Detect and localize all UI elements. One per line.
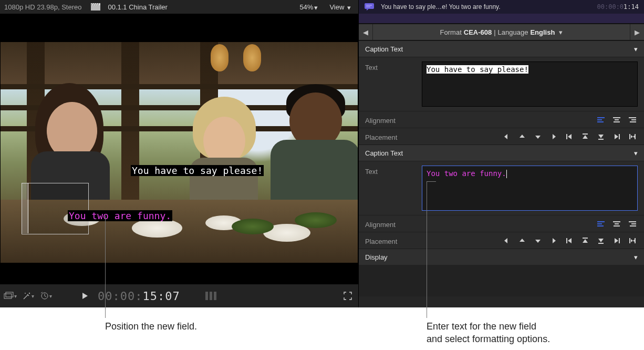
svg-marker-55 <box>568 238 572 243</box>
nudge-up-button[interactable] <box>517 132 527 141</box>
chevron-down-icon: ▾ <box>559 28 563 36</box>
nudge-down-button[interactable] <box>533 236 543 245</box>
svg-marker-26 <box>520 135 525 138</box>
chevron-down-icon: ▾ <box>314 4 318 12</box>
caption-overlay-1[interactable]: You have to say please! <box>131 165 264 176</box>
language-label: Language <box>498 28 528 36</box>
timecode-display[interactable]: 00:00:15:07 <box>98 290 180 303</box>
caption-text-field-2[interactable]: You two are funny. <box>422 166 638 211</box>
align-left-button[interactable] <box>596 116 606 124</box>
chevron-down-icon: ▾ <box>347 4 351 12</box>
svg-marker-33 <box>598 135 604 138</box>
text-cursor <box>506 170 507 178</box>
format-language-bar: ◀ Format CEA-608 | Language English ▾ ▶ <box>359 24 644 40</box>
callout-leader-h <box>427 181 436 182</box>
align-center-button[interactable] <box>611 220 622 228</box>
app-window: 1080p HD 23.98p, Stereo 00.1.1 China Tra… <box>0 0 644 307</box>
transport-bar: ▾ ▾ ▾ 00:00:15:07 <box>0 284 358 307</box>
svg-marker-28 <box>553 134 556 139</box>
fullscreen-button[interactable] <box>342 291 353 301</box>
svg-marker-30 <box>568 134 572 139</box>
format-label: Format <box>440 28 462 36</box>
inspector-body: Caption Text ▾ Text You have to say plea… <box>359 40 644 307</box>
placement-row: Placement <box>359 128 644 145</box>
svg-rect-7 <box>6 292 13 297</box>
zoom-menu[interactable]: 54%▾ <box>299 3 318 11</box>
svg-marker-58 <box>598 239 604 242</box>
chevron-down-icon: ▾ <box>14 293 17 299</box>
svg-rect-12 <box>365 3 374 9</box>
viewer-canvas-wrap: You have to say please! You two are funn… <box>0 14 358 284</box>
svg-rect-0 <box>91 5 100 11</box>
section-title: Caption Text <box>365 149 403 157</box>
svg-marker-32 <box>583 135 588 139</box>
caption-text-field-1[interactable]: You have to say please! <box>422 61 638 107</box>
nudge-left-button[interactable] <box>501 236 512 245</box>
effects-menu[interactable]: ▾ <box>23 291 34 301</box>
jump-left-button[interactable] <box>564 236 575 245</box>
callout-right: Enter text for the new field and select … <box>427 320 550 346</box>
svg-point-8 <box>29 293 30 294</box>
text-row-2: Text You two are funny. <box>359 161 644 215</box>
prev-caption-button[interactable]: ◀ <box>359 24 373 40</box>
clip-appearance-menu[interactable]: ▾ <box>5 291 16 301</box>
callout-leader <box>427 181 427 318</box>
svg-point-9 <box>25 293 26 294</box>
center-button[interactable] <box>627 236 638 245</box>
nudge-up-button[interactable] <box>517 236 527 245</box>
chevron-down-icon: ▾ <box>634 253 638 261</box>
svg-marker-52 <box>535 240 541 243</box>
caption-text-header[interactable]: Caption Text ▾ <box>359 40 644 57</box>
chevron-down-icon: ▾ <box>32 293 34 299</box>
svg-marker-60 <box>615 238 618 243</box>
format-language-menu[interactable]: Format CEA-608 | Language English ▾ <box>373 24 630 40</box>
alignment-label: Alignment <box>365 115 422 125</box>
center-button[interactable] <box>627 132 638 141</box>
align-right-button[interactable] <box>627 220 638 228</box>
jump-right-button[interactable] <box>611 236 622 245</box>
play-button[interactable] <box>80 291 90 301</box>
nudge-down-button[interactable] <box>533 132 543 141</box>
caption-summary-text: You have to say ple…e! You two are funny… <box>381 3 592 11</box>
retime-menu[interactable]: ▾ <box>41 291 51 301</box>
viewer-toolbar: 1080p HD 23.98p, Stereo 00.1.1 China Tra… <box>0 0 358 14</box>
zoom-value: 54% <box>299 3 313 11</box>
jump-bottom-button[interactable] <box>596 236 606 245</box>
separator: | <box>494 28 495 36</box>
annotation-layer: Position the new field. Enter text for t… <box>0 307 644 349</box>
next-caption-button[interactable]: ▶ <box>630 24 644 40</box>
placement-label: Placement <box>365 131 422 141</box>
svg-rect-6 <box>4 294 12 298</box>
chevron-down-icon: ▾ <box>634 149 638 157</box>
align-center-button[interactable] <box>611 116 622 124</box>
jump-right-button[interactable] <box>611 132 622 141</box>
nudge-left-button[interactable] <box>501 132 512 141</box>
viewer-canvas[interactable]: You have to say please! You two are funn… <box>0 42 358 263</box>
display-label: Display <box>365 253 388 261</box>
timecode-bright: 15:07 <box>142 290 180 303</box>
nudge-right-button[interactable] <box>548 236 559 245</box>
display-header[interactable]: Display ▾ <box>359 249 644 265</box>
callout-leader <box>105 215 106 318</box>
nudge-right-button[interactable] <box>548 132 559 141</box>
jump-top-button[interactable] <box>580 236 590 245</box>
callout-left: Position the new field. <box>105 320 197 333</box>
format-value: CEA-608 <box>464 28 492 36</box>
svg-marker-57 <box>583 239 588 243</box>
align-left-button[interactable] <box>596 220 606 228</box>
align-right-button[interactable] <box>627 116 638 124</box>
caption-bounding-box[interactable] <box>22 183 89 234</box>
view-menu[interactable]: View ▾ <box>329 3 351 11</box>
svg-marker-35 <box>615 134 618 139</box>
caption-overlay-2[interactable]: You two are funny. <box>68 210 172 221</box>
jump-bottom-button[interactable] <box>596 132 606 141</box>
caption-resize-handle[interactable] <box>22 183 28 233</box>
svg-marker-38 <box>631 135 633 138</box>
text-label: Text <box>365 61 422 71</box>
caption-strip[interactable] <box>359 14 644 24</box>
jump-top-button[interactable] <box>580 132 590 141</box>
viewer-pane: 1080p HD 23.98p, Stereo 00.1.1 China Tra… <box>0 0 358 307</box>
caption-text-header-2[interactable]: Caption Text ▾ <box>359 145 644 161</box>
inspector-empty <box>359 265 644 296</box>
jump-left-button[interactable] <box>564 132 575 141</box>
